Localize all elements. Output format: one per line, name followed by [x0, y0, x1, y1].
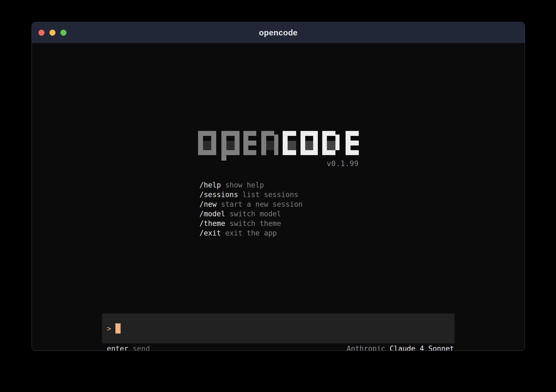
- command-help-row: /sessions list sessions: [199, 190, 303, 200]
- command-description: switch theme: [225, 219, 281, 228]
- command-description: show help: [221, 181, 264, 189]
- model-name: Claude 4 Sonnet: [390, 345, 454, 351]
- terminal-content: v0.1.99 /help show help/sessions list se…: [32, 43, 525, 351]
- command-description: start a new session: [217, 200, 303, 208]
- command-help-row: /exit exit the app: [199, 228, 303, 238]
- command-name: /sessions: [199, 191, 238, 199]
- command-help-row: /theme switch theme: [199, 219, 303, 228]
- command-name: /exit: [199, 229, 221, 237]
- close-button[interactable]: [38, 30, 45, 36]
- window-titlebar[interactable]: opencode: [32, 22, 525, 43]
- command-name: /theme: [199, 219, 225, 228]
- desktop: { "window": { "title": "opencode" }, "ti…: [0, 0, 556, 392]
- keybind-key: enter: [107, 345, 128, 351]
- text-cursor: [115, 323, 121, 334]
- version-label: v0.1.99: [198, 159, 359, 168]
- status-bar: enter send Anthropic Claude 4 Sonnet: [102, 345, 455, 351]
- window-title: opencode: [259, 28, 298, 37]
- keybind-hint: enter send: [107, 345, 150, 351]
- opencode-logo: [198, 131, 359, 161]
- command-help-list: /help show help/sessions list sessions/n…: [199, 180, 303, 238]
- command-name: /model: [199, 210, 225, 218]
- opencode-terminal-window: opencode v0.1.99 /help show help/session…: [32, 22, 525, 351]
- model-indicator: Anthropic Claude 4 Sonnet: [347, 345, 454, 351]
- command-description: list sessions: [238, 191, 298, 199]
- command-help-row: /help show help: [199, 180, 303, 190]
- keybind-action: send: [133, 345, 150, 351]
- command-help-row: /model switch model: [199, 209, 303, 219]
- prompt-caret-symbol: >: [107, 324, 111, 333]
- command-description: exit the app: [221, 229, 277, 237]
- minimize-button[interactable]: [49, 30, 55, 36]
- command-help-row: /new start a new session: [199, 200, 303, 209]
- command-name: /new: [199, 200, 217, 208]
- command-name: /help: [199, 181, 221, 189]
- command-description: switch model: [225, 210, 281, 218]
- prompt-input[interactable]: >: [102, 313, 455, 343]
- traffic-light-buttons: [38, 22, 66, 43]
- zoom-button[interactable]: [60, 30, 66, 36]
- model-provider: Anthropic: [347, 345, 385, 351]
